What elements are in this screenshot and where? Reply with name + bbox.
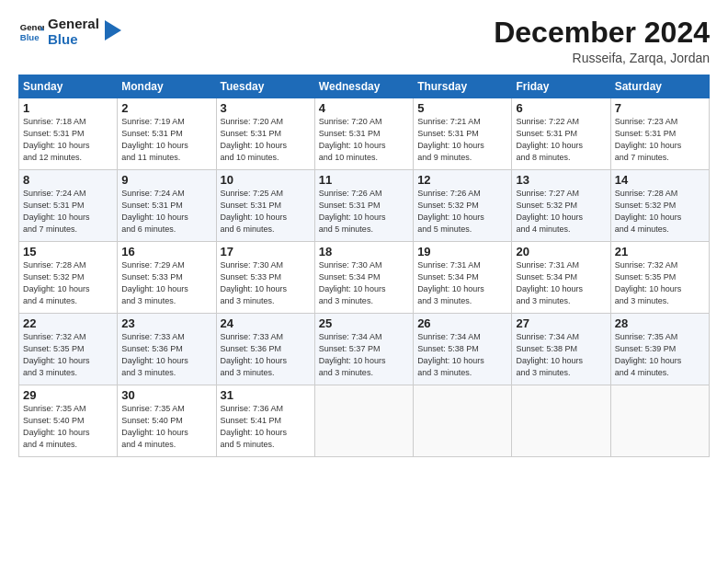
day-number: 23 — [121, 316, 211, 330]
calendar-row: 1Sunrise: 7:18 AM Sunset: 5:31 PM Daylig… — [19, 98, 710, 170]
table-row: 13Sunrise: 7:27 AM Sunset: 5:32 PM Dayli… — [512, 170, 610, 242]
day-number: 6 — [516, 101, 606, 115]
calendar-row: 22Sunrise: 7:32 AM Sunset: 5:35 PM Dayli… — [19, 314, 710, 385]
day-number: 27 — [516, 316, 606, 330]
table-row: 1Sunrise: 7:18 AM Sunset: 5:31 PM Daylig… — [19, 98, 118, 170]
col-wednesday: Wednesday — [314, 75, 413, 98]
table-row: 19Sunrise: 7:31 AM Sunset: 5:34 PM Dayli… — [414, 242, 512, 314]
day-info: Sunrise: 7:34 AM Sunset: 5:37 PM Dayligh… — [319, 331, 409, 379]
day-info: Sunrise: 7:24 AM Sunset: 5:31 PM Dayligh… — [23, 188, 113, 236]
day-info: Sunrise: 7:24 AM Sunset: 5:31 PM Dayligh… — [121, 188, 211, 236]
day-number: 28 — [615, 316, 705, 330]
day-info: Sunrise: 7:29 AM Sunset: 5:33 PM Dayligh… — [121, 259, 211, 307]
logo: General Blue General Blue — [18, 17, 121, 47]
col-sunday: Sunday — [19, 75, 118, 98]
table-row: 5Sunrise: 7:21 AM Sunset: 5:31 PM Daylig… — [414, 98, 512, 170]
calendar-row: 29Sunrise: 7:35 AM Sunset: 5:40 PM Dayli… — [19, 385, 710, 457]
day-info: Sunrise: 7:26 AM Sunset: 5:31 PM Dayligh… — [319, 188, 409, 236]
calendar-row: 8Sunrise: 7:24 AM Sunset: 5:31 PM Daylig… — [19, 170, 710, 242]
table-row: 26Sunrise: 7:34 AM Sunset: 5:38 PM Dayli… — [414, 314, 512, 385]
day-info: Sunrise: 7:18 AM Sunset: 5:31 PM Dayligh… — [23, 116, 113, 164]
calendar-body: 1Sunrise: 7:18 AM Sunset: 5:31 PM Daylig… — [19, 98, 710, 457]
month-title: December 2024 — [494, 17, 710, 49]
day-info: Sunrise: 7:35 AM Sunset: 5:40 PM Dayligh… — [121, 403, 211, 451]
day-number: 30 — [121, 388, 211, 402]
col-tuesday: Tuesday — [216, 75, 314, 98]
table-row: 21Sunrise: 7:32 AM Sunset: 5:35 PM Dayli… — [610, 242, 709, 314]
svg-marker-3 — [105, 20, 121, 40]
day-info: Sunrise: 7:20 AM Sunset: 5:31 PM Dayligh… — [221, 116, 311, 164]
table-row: 14Sunrise: 7:28 AM Sunset: 5:32 PM Dayli… — [610, 170, 709, 242]
day-number: 5 — [417, 101, 507, 115]
day-number: 11 — [319, 173, 409, 187]
day-number: 20 — [516, 245, 606, 259]
table-row: 7Sunrise: 7:23 AM Sunset: 5:31 PM Daylig… — [610, 98, 709, 170]
calendar-row: 15Sunrise: 7:28 AM Sunset: 5:32 PM Dayli… — [19, 242, 710, 314]
day-info: Sunrise: 7:25 AM Sunset: 5:31 PM Dayligh… — [221, 188, 311, 236]
calendar-table: Sunday Monday Tuesday Wednesday Thursday… — [18, 75, 710, 457]
table-row: 2Sunrise: 7:19 AM Sunset: 5:31 PM Daylig… — [118, 98, 216, 170]
day-info: Sunrise: 7:32 AM Sunset: 5:35 PM Dayligh… — [23, 331, 113, 379]
day-info: Sunrise: 7:27 AM Sunset: 5:32 PM Dayligh… — [516, 188, 606, 236]
day-info: Sunrise: 7:30 AM Sunset: 5:34 PM Dayligh… — [319, 259, 409, 307]
table-row — [414, 385, 512, 457]
location: Russeifa, Zarqa, Jordan — [494, 51, 710, 65]
day-number: 7 — [615, 101, 705, 115]
day-number: 14 — [615, 173, 705, 187]
day-info: Sunrise: 7:34 AM Sunset: 5:38 PM Dayligh… — [516, 331, 606, 379]
table-row: 8Sunrise: 7:24 AM Sunset: 5:31 PM Daylig… — [19, 170, 118, 242]
day-info: Sunrise: 7:31 AM Sunset: 5:34 PM Dayligh… — [516, 259, 606, 307]
day-info: Sunrise: 7:34 AM Sunset: 5:38 PM Dayligh… — [417, 331, 507, 379]
day-number: 8 — [23, 173, 113, 187]
day-number: 16 — [121, 245, 211, 259]
table-row — [610, 385, 709, 457]
table-row: 31Sunrise: 7:36 AM Sunset: 5:41 PM Dayli… — [216, 385, 314, 457]
table-row: 30Sunrise: 7:35 AM Sunset: 5:40 PM Dayli… — [118, 385, 216, 457]
table-row: 24Sunrise: 7:33 AM Sunset: 5:36 PM Dayli… — [216, 314, 314, 385]
day-info: Sunrise: 7:32 AM Sunset: 5:35 PM Dayligh… — [615, 259, 705, 307]
day-number: 9 — [121, 173, 211, 187]
table-row — [512, 385, 610, 457]
day-info: Sunrise: 7:19 AM Sunset: 5:31 PM Dayligh… — [121, 116, 211, 164]
day-number: 4 — [319, 101, 409, 115]
day-info: Sunrise: 7:20 AM Sunset: 5:31 PM Dayligh… — [319, 116, 409, 164]
table-row: 12Sunrise: 7:26 AM Sunset: 5:32 PM Dayli… — [414, 170, 512, 242]
day-info: Sunrise: 7:36 AM Sunset: 5:41 PM Dayligh… — [221, 403, 311, 451]
table-row — [314, 385, 413, 457]
logo-arrow-icon — [105, 20, 121, 40]
day-info: Sunrise: 7:35 AM Sunset: 5:39 PM Dayligh… — [615, 331, 705, 379]
table-row: 28Sunrise: 7:35 AM Sunset: 5:39 PM Dayli… — [610, 314, 709, 385]
day-number: 29 — [23, 388, 113, 402]
day-info: Sunrise: 7:26 AM Sunset: 5:32 PM Dayligh… — [417, 188, 507, 236]
day-number: 2 — [121, 101, 211, 115]
col-friday: Friday — [512, 75, 610, 98]
day-info: Sunrise: 7:31 AM Sunset: 5:34 PM Dayligh… — [417, 259, 507, 307]
day-number: 19 — [417, 245, 507, 259]
day-number: 22 — [23, 316, 113, 330]
day-number: 25 — [319, 316, 409, 330]
table-row: 10Sunrise: 7:25 AM Sunset: 5:31 PM Dayli… — [216, 170, 314, 242]
day-number: 17 — [221, 245, 311, 259]
table-row: 11Sunrise: 7:26 AM Sunset: 5:31 PM Dayli… — [314, 170, 413, 242]
table-row: 18Sunrise: 7:30 AM Sunset: 5:34 PM Dayli… — [314, 242, 413, 314]
day-number: 15 — [23, 245, 113, 259]
calendar-page: General Blue General Blue December 2024 … — [0, 0, 728, 563]
svg-text:Blue: Blue — [20, 31, 40, 41]
title-block: December 2024 Russeifa, Zarqa, Jordan — [494, 17, 710, 65]
day-number: 24 — [221, 316, 311, 330]
col-monday: Monday — [118, 75, 216, 98]
logo-blue: Blue — [48, 32, 99, 48]
day-number: 31 — [221, 388, 311, 402]
day-info: Sunrise: 7:21 AM Sunset: 5:31 PM Dayligh… — [417, 116, 507, 164]
table-row: 22Sunrise: 7:32 AM Sunset: 5:35 PM Dayli… — [19, 314, 118, 385]
day-info: Sunrise: 7:33 AM Sunset: 5:36 PM Dayligh… — [121, 331, 211, 379]
day-info: Sunrise: 7:28 AM Sunset: 5:32 PM Dayligh… — [23, 259, 113, 307]
day-number: 3 — [221, 101, 311, 115]
day-info: Sunrise: 7:28 AM Sunset: 5:32 PM Dayligh… — [615, 188, 705, 236]
table-row: 29Sunrise: 7:35 AM Sunset: 5:40 PM Dayli… — [19, 385, 118, 457]
col-thursday: Thursday — [414, 75, 512, 98]
logo-general: General — [48, 17, 99, 32]
day-info: Sunrise: 7:22 AM Sunset: 5:31 PM Dayligh… — [516, 116, 606, 164]
logo-icon: General Blue — [18, 19, 44, 45]
svg-text:General: General — [20, 22, 44, 32]
